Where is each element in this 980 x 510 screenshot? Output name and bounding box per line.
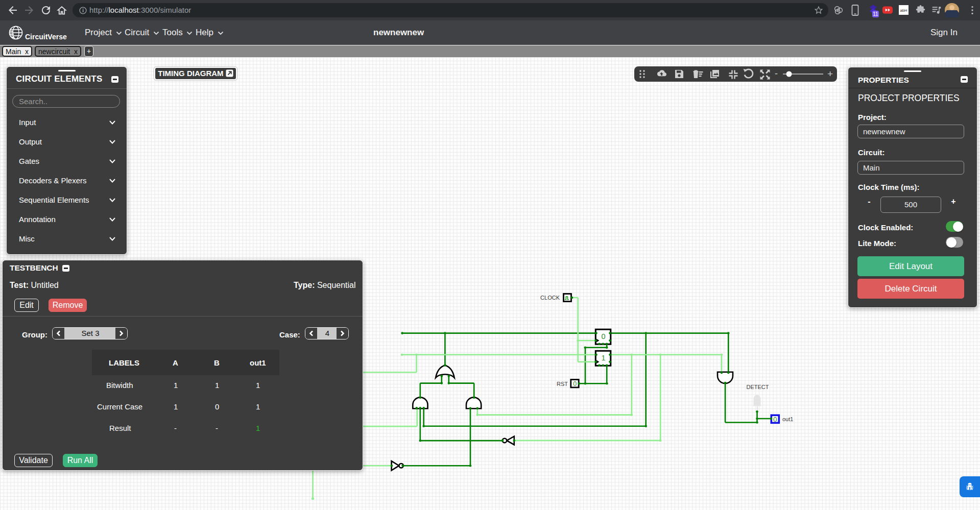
svg-text:DETECT: DETECT <box>747 384 769 390</box>
svg-text:abH: abH <box>900 8 907 13</box>
svg-text:out1: out1 <box>782 416 793 422</box>
svg-text:0: 0 <box>601 332 605 341</box>
svg-text:0: 0 <box>573 380 577 387</box>
svg-text:+: + <box>827 68 833 79</box>
svg-text:RST: RST <box>557 381 568 387</box>
svg-text:-: - <box>775 68 778 79</box>
svg-text:11: 11 <box>873 11 878 17</box>
svg-text:0: 0 <box>773 416 777 423</box>
svg-text:CLOCK: CLOCK <box>540 295 560 301</box>
svg-text:1: 1 <box>601 354 605 362</box>
